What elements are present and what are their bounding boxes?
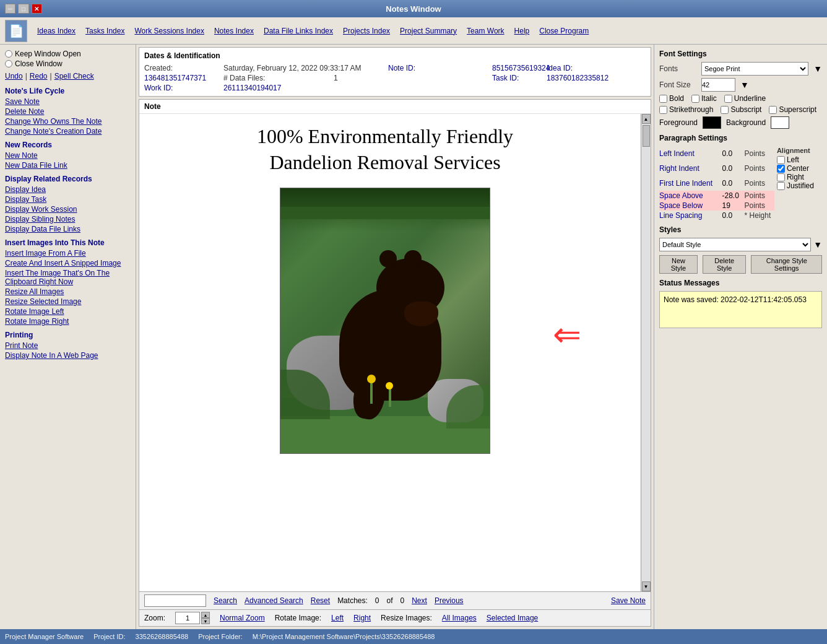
left-indent-label: Left Indent <box>659 146 719 161</box>
insert-clipboard-image-sidebar[interactable]: Insert The Image That's On The Clipboard… <box>5 269 131 286</box>
insert-image-file-sidebar[interactable]: Insert Image From A File <box>5 249 131 258</box>
rotate-image-left-sidebar[interactable]: Rotate Image Left <box>5 307 131 316</box>
underline-option[interactable]: Underline <box>724 94 766 103</box>
menu-projects-index[interactable]: Projects Index <box>343 27 390 35</box>
center-align-checkbox[interactable] <box>777 165 785 173</box>
status-project-id-value: 33526268885488 <box>136 633 189 640</box>
display-note-web-sidebar[interactable]: Display Note In A Web Page <box>5 351 131 360</box>
undo-link[interactable]: Undo <box>5 72 23 80</box>
background-swatch[interactable] <box>771 116 789 129</box>
justified-align-checkbox[interactable] <box>777 182 785 190</box>
resize-selected-image-sidebar[interactable]: Resize Selected Image <box>5 297 131 306</box>
justified-align-option[interactable]: Justified <box>777 181 820 190</box>
menu-ideas-index[interactable]: Ideas Index <box>37 27 76 35</box>
new-note-sidebar[interactable]: New Note <box>5 151 131 160</box>
keep-window-open-option[interactable]: Keep Window Open <box>5 50 131 58</box>
menu-tasks-index[interactable]: Tasks Index <box>85 27 124 35</box>
display-task-sidebar[interactable]: Display Task <box>5 195 131 204</box>
display-data-file-links-sidebar[interactable]: Display Data File Links <box>5 225 131 233</box>
subscript-checkbox[interactable] <box>721 106 729 114</box>
vertical-scrollbar[interactable]: ▲ ▼ <box>641 114 651 591</box>
minimize-button[interactable]: ─ <box>5 4 15 14</box>
keep-window-radio[interactable] <box>5 50 12 58</box>
rotate-right-link[interactable]: Right <box>353 614 371 622</box>
dates-section: Dates & Identification Created: Saturday… <box>139 47 651 97</box>
previous-button[interactable]: Previous <box>435 596 464 605</box>
styles-dropdown-arrow[interactable]: ▼ <box>813 240 822 250</box>
resize-all-images-sidebar[interactable]: Resize All Images <box>5 287 131 296</box>
subscript-option[interactable]: Subscript <box>721 105 761 114</box>
note-text-area[interactable]: 100% Environmentally Friendly Dandelion … <box>139 114 631 464</box>
zoom-value-input[interactable] <box>175 612 200 624</box>
right-align-checkbox[interactable] <box>777 173 785 181</box>
search-input[interactable] <box>144 594 206 607</box>
scroll-thumb[interactable] <box>643 125 650 147</box>
rotate-image-right-sidebar[interactable]: Rotate Image Right <box>5 317 131 326</box>
menu-work-sessions-index[interactable]: Work Sessions Index <box>134 27 204 35</box>
zoom-down-arrow[interactable]: ▼ <box>201 618 210 624</box>
advanced-search-button[interactable]: Advanced Search <box>245 596 303 605</box>
strikethrough-option[interactable]: Strikethrough <box>659 105 713 114</box>
underline-checkbox[interactable] <box>724 95 732 103</box>
menu-notes-index[interactable]: Notes Index <box>214 27 254 35</box>
new-style-button[interactable]: New Style <box>659 255 698 274</box>
left-align-checkbox[interactable] <box>777 156 785 164</box>
zoom-up-arrow[interactable]: ▲ <box>201 612 210 618</box>
delete-note-sidebar[interactable]: Delete Note <box>5 107 131 116</box>
change-style-button[interactable]: Change Style Settings <box>751 255 822 274</box>
restore-button[interactable]: □ <box>18 4 28 14</box>
scroll-up-arrow[interactable]: ▲ <box>642 114 651 124</box>
foreground-swatch[interactable] <box>703 116 721 129</box>
change-owner-sidebar[interactable]: Change Who Owns The Note <box>5 117 131 126</box>
display-idea-sidebar[interactable]: Display Idea <box>5 185 131 194</box>
rotate-left-link[interactable]: Left <box>331 614 344 622</box>
close-window-radio[interactable] <box>5 60 12 67</box>
new-data-file-link-sidebar[interactable]: New Data File Link <box>5 161 131 170</box>
status-software: Project Manager Software <box>5 633 84 640</box>
subscript-label: Subscript <box>730 105 761 114</box>
print-note-sidebar[interactable]: Print Note <box>5 341 131 350</box>
menu-data-file-links-index[interactable]: Data File Links Index <box>264 27 333 35</box>
font-size-input[interactable] <box>701 78 735 92</box>
menu-help[interactable]: Help <box>514 27 530 35</box>
delete-style-button[interactable]: Delete Style <box>703 255 747 274</box>
create-snipped-image-sidebar[interactable]: Create And Insert A Snipped Image <box>5 259 131 268</box>
font-size-dropdown-arrow[interactable]: ▼ <box>740 80 749 90</box>
reset-button[interactable]: Reset <box>311 596 330 605</box>
superscript-option[interactable]: Superscript <box>769 105 816 114</box>
note-inner[interactable]: 100% Environmentally Friendly Dandelion … <box>139 114 641 591</box>
display-work-session-sidebar[interactable]: Display Work Session <box>5 205 131 214</box>
bold-option[interactable]: Bold <box>659 94 684 103</box>
spell-check-link[interactable]: Spell Check <box>54 72 94 80</box>
fonts-select[interactable]: Segoe Print <box>701 62 808 76</box>
menu-close-program[interactable]: Close Program <box>539 27 589 35</box>
height-label: * Height <box>745 211 774 220</box>
redo-link[interactable]: Redo <box>30 72 48 80</box>
normal-zoom-link[interactable]: Normal Zoom <box>220 614 265 622</box>
italic-option[interactable]: Italic <box>691 94 717 103</box>
strikethrough-checkbox[interactable] <box>659 106 667 114</box>
next-button[interactable]: Next <box>412 596 427 605</box>
save-note-sidebar[interactable]: Save Note <box>5 97 131 106</box>
bold-checkbox[interactable] <box>659 95 667 103</box>
styles-select[interactable]: Default Style <box>659 238 811 251</box>
close-window-button[interactable]: ✕ <box>32 4 42 14</box>
change-date-sidebar[interactable]: Change Note's Creation Date <box>5 127 131 136</box>
zoom-bar: Zoom: ▲ ▼ Normal Zoom Rotate Image: Left… <box>139 609 651 626</box>
display-sibling-notes-sidebar[interactable]: Display Sibling Notes <box>5 215 131 224</box>
close-window-option[interactable]: Close Window <box>5 59 131 68</box>
italic-checkbox[interactable] <box>691 95 699 103</box>
save-note-bottom[interactable]: Save Note <box>611 596 646 605</box>
matches-label: Matches: <box>337 596 368 605</box>
selected-image-link[interactable]: Selected Image <box>487 614 538 622</box>
right-align-option[interactable]: Right <box>777 173 820 181</box>
superscript-checkbox[interactable] <box>769 106 777 114</box>
all-images-link[interactable]: All Images <box>442 614 477 622</box>
center-align-option[interactable]: Center <box>777 164 820 173</box>
menu-team-work[interactable]: Team Work <box>467 27 504 35</box>
search-button[interactable]: Search <box>214 596 237 605</box>
menu-project-summary[interactable]: Project Summary <box>400 27 457 35</box>
fonts-dropdown-arrow[interactable]: ▼ <box>813 64 822 74</box>
scroll-down-arrow[interactable]: ▼ <box>642 581 651 591</box>
left-align-option[interactable]: Left <box>777 155 820 164</box>
